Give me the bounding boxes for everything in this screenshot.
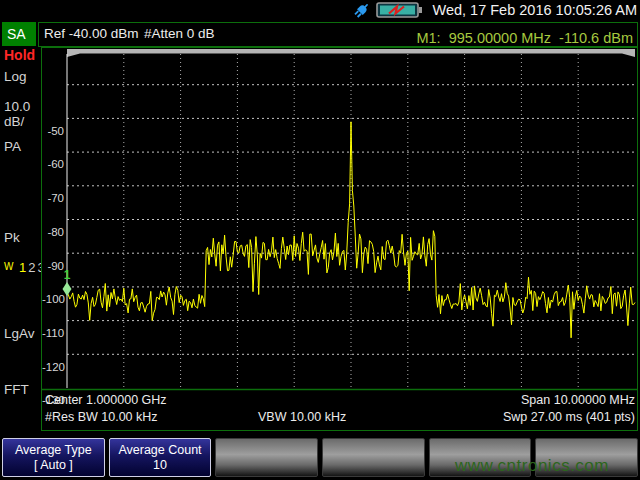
softkey-label: Average Type: [15, 443, 92, 458]
softkey-3[interactable]: [215, 438, 318, 477]
battery-charging-icon: [376, 2, 424, 19]
marker-1-diamond: [63, 282, 72, 296]
usb-plug-icon: [353, 1, 372, 19]
sweep-time-label: Swp 27.00 ms (401 pts): [503, 410, 635, 424]
watermark: www.cntronics.com: [455, 456, 609, 476]
scale-type-annunciator: Log: [4, 69, 27, 84]
measurement-header: Ref -40.00 dBm #Atten 0 dB M1: 995.00000…: [38, 22, 638, 47]
softkey-value: 10: [153, 458, 167, 473]
datetime-label: Wed, 17 Feb 2016 10:05:26 AM: [433, 2, 638, 18]
softkey-4[interactable]: [322, 438, 425, 477]
mode-badge: SA: [2, 22, 36, 46]
softkey-label: Average Count: [118, 443, 201, 458]
softkey-value: [ Auto ]: [34, 458, 73, 473]
sweep-state-annunciator: Hold: [4, 47, 35, 63]
graticule-top-band: [67, 49, 635, 57]
marker-1-number: 1: [64, 268, 71, 282]
ref-level-label: Ref -40.00 dBm: [44, 26, 139, 41]
average-type-annunciator: LgAv: [4, 326, 35, 341]
active-trace-number: 1: [19, 260, 28, 275]
detector-annunciator: Pk: [4, 230, 20, 245]
vbw-label: VBW 10.00 kHz: [258, 410, 346, 424]
atten-label: #Atten 0 dB: [144, 26, 215, 41]
scale-unit-annunciator: dB/: [4, 114, 24, 129]
spectrum-plot: 1: [42, 48, 637, 430]
display-area: 1: [41, 47, 638, 431]
span-label: Span 10.00000 MHz: [521, 393, 635, 407]
preamp-annunciator: PA: [4, 139, 21, 154]
softkey-average-type[interactable]: Average Type [ Auto ]: [2, 438, 105, 477]
trace-state-annunciator: W: [4, 261, 13, 272]
spectrum-analyzer-screen: Wed, 17 Feb 2016 10:05:26 AM SA Ref -40.…: [0, 0, 640, 480]
softkey-average-count[interactable]: Average Count 10: [109, 438, 212, 477]
center-freq-label: Center 1.000000 GHz: [45, 393, 167, 407]
fft-annunciator: FFT: [4, 382, 29, 397]
res-bw-label: #Res BW 10.00 kHz: [45, 410, 158, 424]
scale-value-annunciator: 10.0: [4, 99, 30, 114]
marker-readout: M1: 995.00000 MHz -110.6 dBm: [416, 30, 633, 46]
